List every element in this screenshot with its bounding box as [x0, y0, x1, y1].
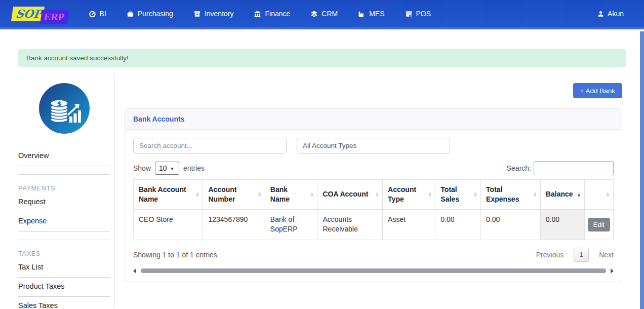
column-header-total-expenses[interactable]: Total Expenses▲▼ — [481, 180, 541, 210]
cell-account-number: 1234567890 — [203, 209, 265, 240]
sort-icon: ▲▼ — [195, 192, 199, 198]
app-logo[interactable]: SOP ERP — [12, 7, 68, 21]
table-info: Showing 1 to 1 of 1 entries — [133, 251, 217, 259]
show-label: Show — [133, 164, 151, 172]
bank-icon — [254, 10, 261, 18]
cell-balance: 0.00 — [540, 209, 584, 240]
column-header-total-sales[interactable]: Total Sales▲▼ — [435, 180, 481, 210]
sort-icon: ▲▼ — [310, 192, 314, 198]
nav-item-label: Inventory — [205, 10, 234, 18]
card-title: Bank Accounts — [125, 109, 622, 130]
nav-item-purchasing[interactable]: Purchasing — [127, 10, 173, 18]
table-search-input[interactable] — [534, 161, 614, 175]
nav-item-bi[interactable]: BI — [89, 10, 106, 18]
sort-icon-desc-active: ▲▼ — [577, 192, 581, 198]
entries-label: entries — [183, 164, 205, 172]
page-length-control: Show 10 ▾ entries — [133, 162, 205, 175]
sidebar-item-label: Product Taxes — [18, 282, 65, 290]
sidebar-divider — [18, 174, 110, 175]
column-header-balance[interactable]: Balance▲▼ — [540, 180, 584, 210]
pagination-next[interactable]: Next — [599, 251, 614, 259]
sort-icon: ▲▼ — [533, 192, 537, 198]
sidebar-item-expense[interactable]: Expense — [18, 212, 110, 231]
scroll-left-arrow-icon[interactable] — [133, 268, 136, 274]
account-type-select[interactable]: All Account Types — [297, 138, 450, 153]
table-row: CEO Store 1234567890 Bank of SopERP Acco… — [134, 209, 614, 240]
sidebar-section-payments: PAYMENTS — [18, 185, 110, 193]
cell-actions: Edit — [584, 209, 613, 240]
sidebar-item-overview[interactable]: Overview — [18, 147, 110, 166]
content-area: $ Overview PAYMENTS Request Expense TAXE… — [0, 74, 644, 307]
nav-item-mes[interactable]: MES — [358, 10, 384, 18]
finance-sidebar: $ Overview PAYMENTS Request Expense TAXE… — [18, 74, 115, 307]
nav-item-pos[interactable]: POS — [405, 10, 431, 18]
layers-icon — [310, 10, 318, 18]
nav-item-crm[interactable]: CRM — [310, 10, 338, 18]
main-menu: BI Purchasing Inventory Finance CRM MES … — [89, 10, 431, 18]
sort-icon: ▲▼ — [606, 192, 610, 198]
user-icon — [597, 10, 605, 18]
user-menu[interactable]: Akun — [597, 10, 624, 18]
sidebar-item-sales-taxes[interactable]: Sales Taxes — [18, 297, 110, 309]
pagination: Previous 1 Next — [536, 248, 614, 262]
logo-sop-text: SOP — [11, 7, 45, 21]
nav-item-label: Purchasing — [138, 10, 173, 18]
nav-item-label: POS — [416, 10, 431, 18]
column-header-account-type[interactable]: Account Type▲▼ — [383, 180, 435, 210]
nav-item-finance[interactable]: Finance — [254, 10, 290, 18]
page-length-select[interactable]: 10 ▾ — [155, 162, 179, 175]
store-icon — [405, 10, 413, 18]
column-header-coa-account[interactable]: COA Account▲▼ — [317, 180, 383, 210]
add-bank-button[interactable]: + Add Bank — [573, 83, 622, 98]
cell-total-sales: 0.00 — [435, 209, 481, 240]
nav-item-label: MES — [369, 10, 384, 18]
gauge-icon — [89, 10, 96, 18]
sort-icon: ▲▼ — [257, 192, 261, 198]
svg-text:$: $ — [57, 100, 61, 107]
search-label: Search: — [507, 164, 531, 172]
bank-accounts-table: Bank Account Name▲▼ Account Number▲▼ Ban… — [133, 179, 614, 240]
sidebar-item-tax-list[interactable]: Tax List — [18, 258, 110, 278]
sidebar-item-request[interactable]: Request — [18, 193, 110, 212]
sidebar-section-taxes: TAXES — [18, 250, 110, 258]
edit-button[interactable]: Edit — [588, 218, 610, 231]
top-navbar: SOP ERP BI Purchasing Inventory Finance … — [0, 0, 644, 29]
sidebar-item-product-taxes[interactable]: Product Taxes — [18, 278, 110, 297]
sort-icon: ▲▼ — [375, 192, 379, 198]
sidebar-item-label: Expense — [18, 217, 47, 225]
horizontal-scrollbar — [133, 268, 614, 274]
cell-coa-account: Accounts Receivable — [317, 209, 383, 240]
account-type-selected-value: All Account Types — [303, 142, 356, 149]
column-header-actions[interactable]: ▲▼ — [584, 180, 613, 210]
cell-bank-account-name: CEO Store — [134, 209, 203, 240]
bank-accounts-card: Bank Accounts All Account Types Show 10 … — [125, 108, 622, 282]
user-name: Akun — [608, 10, 624, 18]
box-icon — [193, 10, 201, 18]
success-alert: Bank account saved successfully! — [18, 49, 626, 67]
chevron-down-icon: ▾ — [171, 166, 174, 171]
nav-item-label: CRM — [321, 10, 338, 18]
alert-message: Bank account saved successfully! — [26, 54, 129, 62]
column-header-bank-account-name[interactable]: Bank Account Name▲▼ — [134, 180, 203, 210]
vertical-scrollbar — [640, 31, 644, 309]
table-search-control: Search: — [507, 161, 614, 175]
sidebar-item-label: Sales Taxes — [18, 301, 58, 309]
nav-item-inventory[interactable]: Inventory — [193, 10, 234, 18]
horizontal-scrollbar-thumb[interactable] — [141, 268, 606, 273]
factory-icon — [358, 10, 366, 18]
nav-item-label: BI — [100, 10, 106, 18]
pagination-previous[interactable]: Previous — [536, 251, 564, 259]
pagination-page-1[interactable]: 1 — [574, 248, 589, 262]
column-header-account-number[interactable]: Account Number▲▼ — [203, 180, 265, 210]
vertical-scrollbar-thumb[interactable] — [640, 31, 644, 309]
account-search-input[interactable] — [133, 138, 287, 153]
sidebar-item-label: Tax List — [18, 263, 43, 271]
cell-bank-name: Bank of SopERP — [265, 209, 317, 240]
scroll-right-arrow-icon[interactable] — [611, 268, 614, 274]
page-length-value: 10 — [159, 164, 167, 172]
sidebar-item-label: Overview — [18, 151, 49, 160]
column-header-bank-name[interactable]: Bank Name▲▼ — [265, 180, 317, 210]
cell-total-expenses: 0.00 — [481, 209, 541, 240]
sort-icon: ▲▼ — [473, 192, 477, 198]
briefcase-icon — [127, 10, 134, 18]
